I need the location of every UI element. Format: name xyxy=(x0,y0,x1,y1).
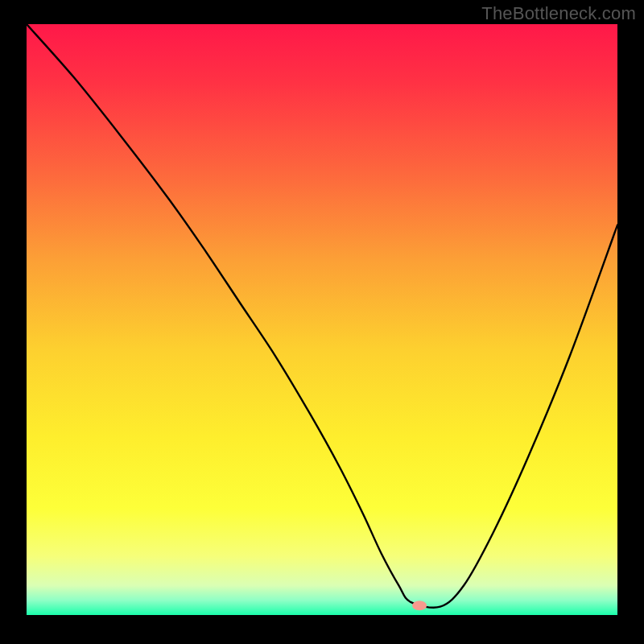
gradient-background xyxy=(27,24,617,615)
chart-svg xyxy=(27,24,617,615)
watermark-text: TheBottleneck.com xyxy=(481,3,636,24)
optimal-marker xyxy=(412,601,427,610)
chart-frame: TheBottleneck.com xyxy=(0,0,644,644)
bottleneck-chart xyxy=(27,24,617,615)
